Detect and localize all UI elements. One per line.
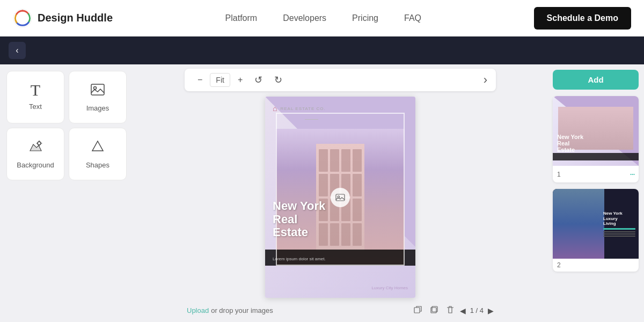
tool-images[interactable]: Images [69, 71, 127, 123]
background-icon [28, 139, 43, 157]
canvas-next-button[interactable]: › [484, 73, 487, 87]
slide-footer-bar: Lorem ipsum dolor sit amet. [265, 250, 415, 266]
send-back-button[interactable] [412, 303, 425, 318]
thumbnail-img-1: New YorkRealEstate [553, 96, 639, 166]
page-indicator: 1 / 4 [470, 306, 484, 314]
thumb-dots-1[interactable]: ··· [630, 169, 634, 180]
canvas-slide: ⌂ REAL ESTATE CO. [265, 97, 415, 298]
slide-building-image[interactable] [276, 129, 405, 266]
slide-header-line [305, 119, 318, 120]
window [319, 149, 328, 172]
slide-inner: ⌂ REAL ESTATE CO. [265, 97, 415, 298]
nav-pricing[interactable]: Pricing [352, 13, 378, 23]
canvas-toolbar: − Fit + ↺ ↻ › [185, 69, 496, 91]
window [353, 174, 362, 196]
thumb2-line-3 [603, 236, 635, 237]
tool-images-label: Images [86, 104, 109, 112]
slide-title-line3: Estate [273, 225, 308, 239]
slide-bottom-text: Luxury City Homes [371, 286, 408, 290]
thumb2-line-2 [603, 233, 635, 235]
thumb1-bg: New YorkRealEstate [553, 96, 639, 166]
navbar: Design Huddle Platform Developers Pricin… [0, 0, 644, 36]
add-button[interactable]: Add [553, 70, 639, 90]
window [330, 223, 339, 246]
delete-button[interactable] [444, 303, 457, 318]
upload-link[interactable]: Upload [187, 306, 209, 314]
back-button[interactable]: ‹ [9, 42, 26, 59]
tool-background-label: Background [17, 161, 54, 169]
thumb1-footer-bar [553, 153, 639, 160]
canvas-toolbar-left: − Fit + ↺ ↻ [193, 72, 287, 88]
editor-toolbar-bar: ‹ [0, 36, 644, 64]
tool-background[interactable]: Background [6, 128, 64, 180]
tool-grid: T Text Images [6, 71, 127, 180]
thumbnail-footer-1: 1 ··· [553, 166, 639, 182]
window [353, 223, 362, 246]
thumb2-bg: New YorkLuxuryLiving [553, 189, 639, 259]
window [353, 199, 362, 221]
thumb-number-2: 2 [557, 261, 561, 269]
thumb2-accent-bar [603, 228, 635, 230]
thumbnail-footer-2: 2 [553, 259, 639, 272]
fit-button[interactable]: Fit [210, 73, 230, 87]
slide-title[interactable]: New York Real Estate [273, 200, 325, 239]
logo-text: Design Huddle [38, 12, 113, 24]
page-nav: ◀ 1 / 4 ▶ [460, 306, 494, 315]
window [341, 223, 350, 246]
tool-text[interactable]: T Text [6, 71, 64, 123]
page-total: 4 [480, 306, 484, 314]
thumb2-line-1 [603, 231, 635, 232]
text-icon: T [31, 82, 40, 98]
main-editor-area: T Text Images [0, 64, 644, 322]
thumb2-title: New YorkLuxuryLiving [603, 211, 635, 226]
svg-point-3 [38, 142, 41, 145]
slide-header: ⌂ REAL ESTATE CO. [273, 104, 326, 113]
slide-logo-icon: ⌂ [273, 104, 277, 113]
canvas-area: − Fit + ↺ ↻ › ⌂ REAL ESTATE CO. [133, 64, 547, 322]
slide-footer-text: Lorem ipsum dolor sit amet. [273, 257, 326, 261]
tool-shapes-label: Shapes [86, 161, 109, 169]
zoom-out-button[interactable]: − [193, 73, 207, 87]
thumb1-title: New YorkRealEstate [557, 134, 583, 153]
nav-links: Platform Developers Pricing FAQ [225, 13, 421, 23]
upload-left: Upload or drop your images [187, 306, 273, 314]
window [353, 149, 362, 172]
redo-button[interactable]: ↻ [270, 72, 287, 88]
svg-point-2 [94, 87, 97, 90]
window [330, 149, 339, 172]
thumbnail-card-2[interactable]: New YorkLuxuryLiving 2 [553, 189, 639, 272]
thumb-number-1: 1 [557, 171, 561, 178]
svg-rect-6 [414, 308, 420, 313]
slide-company: REAL ESTATE CO. [280, 106, 325, 111]
thumb2-city-photo [553, 189, 604, 259]
tool-shapes[interactable]: Shapes [69, 128, 127, 180]
upload-text: or drop your images [211, 306, 273, 314]
prev-page-button[interactable]: ◀ [460, 306, 466, 315]
svg-rect-4 [336, 194, 345, 201]
window [319, 174, 328, 196]
slide-title-line2: Real [273, 213, 297, 226]
svg-rect-1 [91, 84, 104, 95]
images-icon [90, 82, 105, 100]
right-panel: Add New YorkRealEstate 1 ··· [547, 64, 644, 322]
left-tools-panel: T Text Images [0, 64, 133, 322]
upload-actions: ◀ 1 / 4 ▶ [412, 303, 494, 318]
duplicate-button[interactable] [428, 303, 441, 318]
nav-faq[interactable]: FAQ [404, 13, 421, 23]
thumb2-content: New YorkLuxuryLiving [600, 189, 639, 259]
nav-developers[interactable]: Developers [283, 13, 326, 23]
canvas-toolbar-right: › [484, 73, 487, 87]
thumbnail-card-1[interactable]: New YorkRealEstate 1 ··· [553, 96, 639, 182]
logo[interactable]: Design Huddle [13, 9, 113, 28]
nav-platform[interactable]: Platform [225, 13, 258, 23]
slide-title-line1: New York [273, 199, 325, 213]
next-page-button[interactable]: ▶ [488, 306, 494, 315]
zoom-in-button[interactable]: + [233, 73, 247, 87]
undo-button[interactable]: ↺ [250, 72, 267, 88]
schedule-demo-button[interactable]: Schedule a Demo [534, 7, 631, 30]
upload-bar: Upload or drop your images ◀ 1 / 4 [185, 303, 496, 318]
page-current: 1 [470, 306, 474, 314]
image-replace-icon[interactable] [331, 188, 350, 207]
window [341, 149, 350, 172]
thumbnail-img-2: New YorkLuxuryLiving [553, 189, 639, 259]
